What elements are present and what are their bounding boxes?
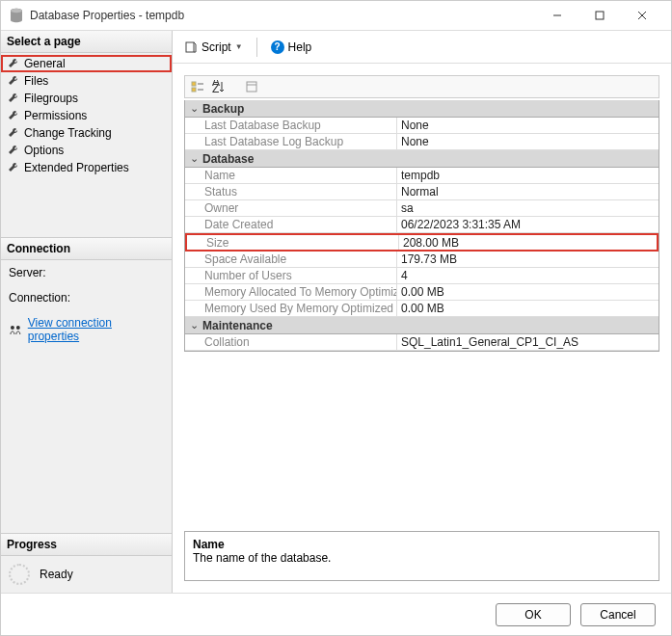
minimize-button[interactable] xyxy=(536,2,578,29)
progress-status: Ready xyxy=(40,568,73,581)
property-value: 0.00 MB xyxy=(397,301,659,316)
page-item-filegroups[interactable]: Filegroups xyxy=(1,90,172,107)
connection-label: Connection: xyxy=(1,285,172,310)
dialog-window: Database Properties - tempdb Select a pa… xyxy=(0,0,672,636)
property-row[interactable]: Memory Allocated To Memory Optimized Obj… xyxy=(185,284,659,301)
svg-rect-3 xyxy=(596,12,604,19)
script-icon xyxy=(184,40,198,54)
property-name: Last Database Log Backup xyxy=(185,134,397,149)
property-row[interactable]: Nametempdb xyxy=(185,168,659,184)
help-icon: ? xyxy=(271,40,284,54)
left-panel: Select a page GeneralFilesFilegroupsPerm… xyxy=(1,31,173,593)
property-value: None xyxy=(397,118,659,133)
category-label: Maintenance xyxy=(202,319,273,332)
property-name: Status xyxy=(185,184,397,199)
expand-icon[interactable]: ⌄ xyxy=(185,319,202,331)
property-value: 4 xyxy=(397,268,659,283)
page-item-label: Options xyxy=(24,144,64,157)
footer: OK Cancel xyxy=(1,593,671,635)
view-connection-link[interactable]: View connection properties xyxy=(28,316,164,343)
svg-rect-15 xyxy=(247,82,256,92)
connection-icon xyxy=(9,323,22,336)
property-name: Owner xyxy=(185,200,397,216)
alphabetical-button[interactable]: AZ xyxy=(210,78,228,95)
window-title: Database Properties - tempdb xyxy=(30,9,536,22)
property-value: 0.00 MB xyxy=(397,284,659,300)
property-row[interactable]: StatusNormal xyxy=(185,184,659,200)
ok-button[interactable]: OK xyxy=(496,603,571,626)
separator xyxy=(256,38,257,57)
toolbar: Script ▼ ? Help xyxy=(173,31,671,64)
property-value: SQL_Latin1_General_CP1_CI_AS xyxy=(397,334,659,350)
category-maintenance[interactable]: ⌄Maintenance xyxy=(185,317,659,334)
property-value: None xyxy=(397,134,659,149)
cancel-button[interactable]: Cancel xyxy=(580,603,656,626)
svg-rect-10 xyxy=(192,88,196,92)
property-name: Date Created xyxy=(185,217,397,232)
page-item-extended-properties[interactable]: Extended Properties xyxy=(1,159,172,176)
svg-point-7 xyxy=(16,326,20,330)
page-item-permissions[interactable]: Permissions xyxy=(1,107,172,124)
expand-icon[interactable]: ⌄ xyxy=(185,102,202,115)
help-button[interactable]: ? Help xyxy=(267,39,316,56)
property-row[interactable]: Date Created06/22/2023 3:31:35 AM xyxy=(185,217,659,233)
pages-header: Select a page xyxy=(1,31,172,53)
property-row[interactable]: Memory Used By Memory Optimized Objects0… xyxy=(185,301,659,317)
property-value: tempdb xyxy=(397,168,659,183)
progress-header: Progress xyxy=(1,534,172,556)
page-item-general[interactable]: General xyxy=(1,55,172,72)
progress-spinner-icon xyxy=(9,564,30,585)
svg-rect-8 xyxy=(186,42,194,52)
property-row[interactable]: Ownersa xyxy=(185,200,659,217)
property-row[interactable]: Last Database Log BackupNone xyxy=(185,134,659,150)
page-item-label: Extended Properties xyxy=(24,161,129,174)
property-name: Last Database Backup xyxy=(185,118,397,133)
svg-point-1 xyxy=(11,9,22,13)
server-label: Server: xyxy=(1,260,172,285)
close-button[interactable] xyxy=(621,2,663,29)
page-list: GeneralFilesFilegroupsPermissionsChange … xyxy=(1,53,172,237)
chevron-down-icon: ▼ xyxy=(235,42,243,51)
property-row[interactable]: Number of Users4 xyxy=(185,268,659,284)
property-name: Name xyxy=(185,168,397,183)
categorized-button[interactable] xyxy=(189,78,206,95)
property-name: Memory Used By Memory Optimized Objects xyxy=(185,301,397,316)
property-row[interactable]: Size208.00 MB xyxy=(185,233,659,252)
page-item-change-tracking[interactable]: Change Tracking xyxy=(1,124,172,142)
property-name: Memory Allocated To Memory Optimized Obj… xyxy=(185,284,397,300)
page-item-options[interactable]: Options xyxy=(1,142,172,159)
property-name: Space Available xyxy=(185,252,397,267)
property-value: 179.73 MB xyxy=(397,252,659,267)
property-row[interactable]: CollationSQL_Latin1_General_CP1_CI_AS xyxy=(185,334,659,351)
connection-header: Connection xyxy=(1,238,172,260)
property-pages-button[interactable] xyxy=(243,78,260,95)
category-label: Database xyxy=(202,152,254,166)
script-button[interactable]: Script ▼ xyxy=(180,39,247,56)
maximize-button[interactable] xyxy=(578,2,621,29)
category-backup[interactable]: ⌄Backup xyxy=(185,100,659,118)
right-panel: Script ▼ ? Help AZ ⌄BackupLast Database … xyxy=(173,31,671,593)
property-row[interactable]: Space Available179.73 MB xyxy=(185,252,659,268)
svg-point-6 xyxy=(11,326,14,330)
property-grid: ⌄BackupLast Database BackupNoneLast Data… xyxy=(184,100,659,352)
svg-text:Z: Z xyxy=(212,82,219,93)
property-name: Collation xyxy=(185,334,397,350)
property-value: Normal xyxy=(397,184,659,199)
page-item-label: Permissions xyxy=(24,109,87,122)
svg-rect-9 xyxy=(192,82,196,86)
titlebar: Database Properties - tempdb xyxy=(1,1,671,30)
grid-toolbar: AZ xyxy=(184,75,659,98)
property-value: 208.00 MB xyxy=(399,235,657,250)
description-text: The name of the database. xyxy=(193,551,651,565)
category-label: Backup xyxy=(202,102,244,116)
category-database[interactable]: ⌄Database xyxy=(185,150,659,168)
page-item-files[interactable]: Files xyxy=(1,72,172,90)
page-item-label: Files xyxy=(24,74,48,88)
database-icon xyxy=(9,8,24,23)
property-name: Number of Users xyxy=(185,268,397,283)
expand-icon[interactable]: ⌄ xyxy=(185,152,202,165)
description-box: Name The name of the database. xyxy=(184,531,659,581)
property-name: Size xyxy=(187,235,399,250)
property-row[interactable]: Last Database BackupNone xyxy=(185,118,659,134)
property-value: sa xyxy=(397,200,659,216)
